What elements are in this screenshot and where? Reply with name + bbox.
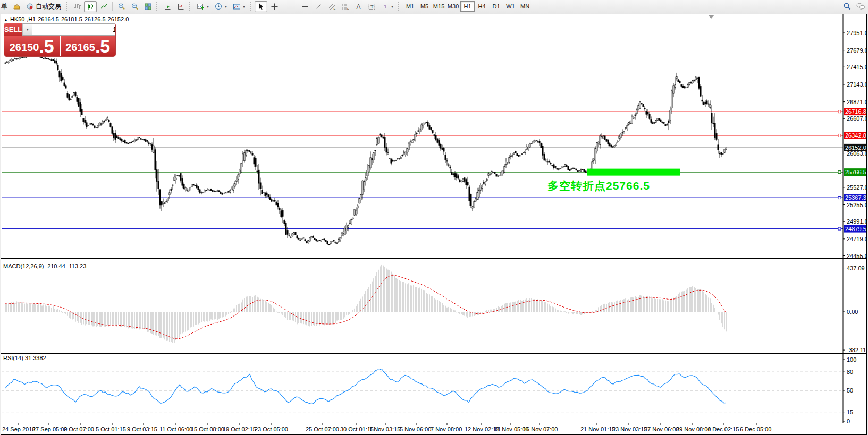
fibonacci-icon: F <box>341 3 349 11</box>
text-label-icon: T <box>368 3 376 11</box>
timeframe-h1[interactable]: H1 <box>460 1 475 12</box>
sell-price[interactable]: 26150.5 <box>4 36 60 56</box>
candlestick-chart-button[interactable] <box>84 1 97 12</box>
arrows-icon <box>381 3 389 11</box>
svg-text:80: 80 <box>847 369 853 375</box>
svg-text:E: E <box>333 7 335 11</box>
svg-text:27 Nov 06:00: 27 Nov 06:00 <box>644 426 679 432</box>
svg-text:437.09: 437.09 <box>847 265 865 271</box>
candlestick-chart-icon <box>87 3 95 11</box>
pouch-icon <box>13 3 21 11</box>
one-click-trading-panel: SELL ▼ ▲ BUY 26150.5 26165.5 <box>4 23 115 56</box>
chat-bubbles-icon <box>856 2 865 11</box>
text-tool[interactable]: A <box>352 1 365 12</box>
time-axis[interactable]: 24 Sep 201827 Sep 05:002 Oct 07:005 Oct … <box>2 423 771 432</box>
svg-text:27951.0: 27951.0 <box>847 30 866 36</box>
ohlc-high: 26181.5 <box>61 16 82 22</box>
svg-text:27415.0: 27415.0 <box>847 64 866 70</box>
svg-text:23 Nov 03:15: 23 Nov 03:15 <box>612 426 647 432</box>
template-icon <box>233 3 241 11</box>
volume-decrease-button[interactable]: ▼ <box>22 24 32 35</box>
svg-text:1 Nov 03:15: 1 Nov 03:15 <box>369 426 400 432</box>
zoom-out-button[interactable] <box>128 1 141 12</box>
pane-separators <box>1 14 866 423</box>
auto-scroll-icon <box>164 3 172 11</box>
collapse-panel-arrow[interactable]: ▲ <box>4 18 8 22</box>
timeframe-d1[interactable]: D1 <box>489 1 503 12</box>
chart-canvas[interactable]: 27951.027679.027415.027143.026871.026607… <box>1 14 866 434</box>
ohlc-low: 26126.5 <box>85 16 106 22</box>
crosshair-button[interactable] <box>268 1 281 12</box>
svg-text:25766.5: 25766.5 <box>845 169 866 175</box>
tile-windows-button[interactable] <box>141 1 154 12</box>
new-order-button[interactable]: 单 <box>1 2 9 11</box>
svg-text:0: 0 <box>847 418 850 424</box>
zoom-out-icon <box>131 3 139 11</box>
auto-scroll-button[interactable] <box>161 1 174 12</box>
svg-text:100: 100 <box>847 356 856 363</box>
trendline-icon <box>315 3 323 11</box>
vertical-line-icon <box>288 3 296 11</box>
symbol-period: HK50-,H1 <box>10 16 36 22</box>
auto-trading-button[interactable]: 自动交易 <box>23 1 64 12</box>
zoom-in-button[interactable] <box>115 1 128 12</box>
svg-text:24879.5: 24879.5 <box>845 226 866 232</box>
search-icon <box>843 2 852 11</box>
sell-button[interactable]: SELL <box>4 23 22 36</box>
horizontal-line-icon <box>301 3 309 11</box>
svg-text:16 Nov 07:00: 16 Nov 07:00 <box>523 426 558 432</box>
channel-tool[interactable]: E <box>325 1 338 12</box>
svg-text:F: F <box>347 7 349 11</box>
chevron-down-icon: ▾ <box>207 4 209 9</box>
horizontal-line-tool[interactable] <box>299 1 311 12</box>
svg-text:29 Nov 08:00: 29 Nov 08:00 <box>676 426 711 432</box>
text-label-tool[interactable]: T <box>365 1 378 12</box>
svg-text:24455.0: 24455.0 <box>847 253 866 259</box>
timeframe-h4[interactable]: H4 <box>475 1 489 12</box>
chart-shift-icon <box>177 3 185 11</box>
chevron-down-icon: ▾ <box>391 4 393 9</box>
fibonacci-tool[interactable]: F <box>339 1 351 12</box>
tile-windows-icon <box>144 3 152 11</box>
timeframe-mn[interactable]: MN <box>518 1 532 12</box>
timeframe-w1[interactable]: W1 <box>503 1 518 12</box>
scroll-marker-triangle <box>708 15 714 19</box>
svg-text:26607.0: 26607.0 <box>847 115 866 122</box>
svg-text:23 Oct 05:00: 23 Oct 05:00 <box>255 426 288 432</box>
auto-trading-label: 自动交易 <box>36 2 61 11</box>
svg-text:9 Oct 03:15: 9 Oct 03:15 <box>127 426 157 432</box>
svg-text:50: 50 <box>847 387 853 394</box>
vertical-line-tool[interactable] <box>285 1 298 12</box>
indicators-button[interactable]: ▾ <box>194 1 212 12</box>
chart-shift-button[interactable] <box>174 1 187 12</box>
timeframe-m1[interactable]: M1 <box>403 1 417 12</box>
bar-chart-button[interactable] <box>71 1 83 12</box>
svg-text:26871.0: 26871.0 <box>847 99 866 105</box>
zoom-in-icon <box>117 3 125 11</box>
timeframe-m30[interactable]: M30 <box>446 1 460 12</box>
templates-button[interactable]: ▾ <box>230 1 248 12</box>
pouch-icon-button[interactable] <box>10 1 23 12</box>
volume-input[interactable] <box>32 24 115 35</box>
chat-button[interactable] <box>854 1 867 12</box>
line-chart-icon <box>100 3 108 11</box>
trendline-tool[interactable] <box>312 1 325 12</box>
buy-price-frac: .5 <box>95 37 110 55</box>
indicators-icon <box>197 3 205 11</box>
price-axis[interactable]: 27951.027679.027415.027143.026871.026607… <box>843 30 866 424</box>
svg-text:6 Dec 05:00: 6 Dec 05:00 <box>740 426 771 432</box>
toolbar-grip <box>66 2 69 11</box>
timeframe-m5[interactable]: M5 <box>417 1 432 12</box>
ohlc-open: 26164.5 <box>38 16 59 22</box>
search-button[interactable] <box>841 1 854 12</box>
svg-text:-382.11: -382.11 <box>847 347 866 353</box>
line-chart-button[interactable] <box>97 1 110 12</box>
svg-text:25367.3: 25367.3 <box>845 194 866 201</box>
arrows-tool[interactable]: ▾ <box>378 1 396 12</box>
periods-button[interactable]: ▾ <box>212 1 230 12</box>
cursor-button[interactable] <box>255 1 267 12</box>
buy-price[interactable]: 26165.5 <box>61 36 116 56</box>
timeframe-m15[interactable]: M15 <box>432 1 446 12</box>
svg-text:7 Nov 08:00: 7 Nov 08:00 <box>431 426 462 432</box>
top-toolbar: 单 自动交易 <box>0 0 868 14</box>
